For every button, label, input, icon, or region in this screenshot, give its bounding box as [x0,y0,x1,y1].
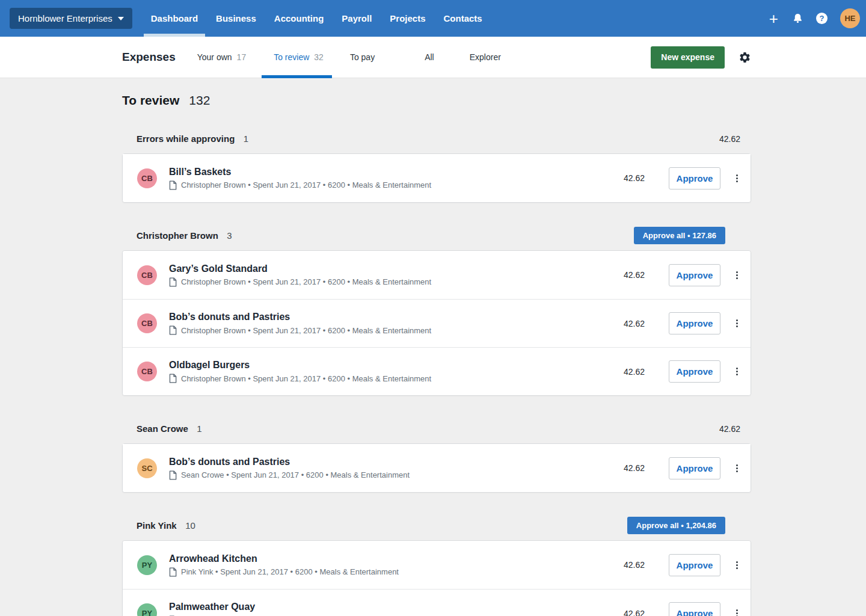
expense-group: Christopher Brown 3 Approve all • 127.86… [122,227,751,396]
add-plus-icon[interactable]: + [768,11,779,26]
expense-amount: 42.62 [624,270,645,280]
expense-card[interactable]: PY Palmweather Quay Pink Yink • Spent Ju… [123,589,751,616]
expense-meta: Christopher Brown • Spent Jun 21, 2017 •… [181,180,431,189]
expense-title[interactable]: Oldbagel Burgers [169,360,624,371]
to-review-heading: To review 132 [122,93,751,108]
nav-item-payroll[interactable]: Payroll [334,0,379,37]
kebab-menu-icon[interactable] [734,462,740,475]
notifications-bell-icon[interactable] [792,13,803,24]
expense-amount: 42.62 [624,319,645,328]
user-avatar[interactable]: HE [840,8,860,28]
page-title: Expenses [122,51,176,64]
expense-title[interactable]: Gary’s Gold Standard [169,263,624,274]
group-count: 10 [185,520,195,531]
group-name: Pink Yink [137,520,177,531]
nav-item-business[interactable]: Business [209,0,263,37]
document-icon [169,277,177,287]
expense-meta: Christopher Brown • Spent Jun 21, 2017 •… [181,326,431,335]
group-total: 42.62 [719,134,751,144]
group-count: 1 [244,134,248,144]
settings-gear-icon[interactable] [739,51,751,64]
expense-amount: 42.62 [624,463,645,473]
approve-button[interactable]: Approve [669,457,720,479]
question-mark-icon: ? [816,13,828,24]
nav-item-projects[interactable]: Projects [382,0,432,37]
expense-group: Sean Crowe 1 42.62 SC Bob’s donuts and P… [122,420,751,493]
kebab-menu-icon[interactable] [734,269,740,282]
avatar: PY [137,603,157,616]
expense-meta: Pink Yink • Spent Jun 21, 2017 • 6200 • … [181,567,399,576]
tab-to-pay[interactable]: To pay [350,37,375,78]
approve-all-button[interactable]: Approve all • 127.86 [634,227,725,244]
expense-title[interactable]: Bob’s donuts and Pastries [169,457,624,467]
top-navigation: Hornblower Enterprises Dashboard Busines… [0,0,866,37]
expense-amount: 42.62 [624,609,645,616]
document-icon [169,470,177,480]
expense-meta: Sean Crowe • Spent Jun 21, 2017 • 6200 •… [181,470,410,479]
expense-title[interactable]: Palmweather Quay [169,602,624,612]
expense-meta: Christopher Brown • Spent Jun 21, 2017 •… [181,374,431,383]
org-name: Hornblower Enterprises [18,13,112,23]
card-stack: PY Arrowhead Kitchen Pink Yink • Spent J… [122,540,751,616]
kebab-menu-icon[interactable] [734,317,740,330]
expenses-content: To review 132 Errors while approving 1 4… [0,78,866,616]
kebab-menu-icon[interactable] [734,607,740,616]
tab-explorer[interactable]: Explorer [470,37,501,78]
approve-button[interactable]: Approve [669,312,720,334]
approve-button[interactable]: Approve [669,554,720,576]
approve-button[interactable]: Approve [669,602,720,616]
expense-amount: 42.62 [624,367,645,377]
approve-button[interactable]: Approve [669,167,720,189]
nav-right-icons: + ? HE [768,0,860,37]
avatar: CB [137,362,157,381]
expense-card[interactable]: SC Bob’s donuts and Pastries Sean Crowe … [123,444,751,492]
avatar: PY [137,555,157,575]
expense-card[interactable]: CB Bob’s donuts and Pastries Christopher… [123,299,751,347]
expenses-header-actions: New expense [651,46,751,69]
group-name: Sean Crowe [137,424,188,434]
primary-nav: Dashboard Business Accounting Payroll Pr… [144,0,493,37]
card-stack: CB Bill’s Baskets Christopher Brown • Sp… [122,153,751,203]
expense-card[interactable]: CB Gary’s Gold Standard Christopher Brow… [123,251,751,299]
group-name: Errors while approving [137,134,235,144]
nav-item-contacts[interactable]: Contacts [437,0,490,37]
tab-to-review[interactable]: To review 32 [274,37,324,78]
group-name: Christopher Brown [137,230,218,241]
org-switcher[interactable]: Hornblower Enterprises [10,8,132,29]
expense-group: Errors while approving 1 42.62 CB Bill’s… [122,130,751,203]
nav-item-dashboard[interactable]: Dashboard [144,0,205,37]
expense-title[interactable]: Arrowhead Kitchen [169,553,624,564]
expense-amount: 42.62 [624,560,645,570]
avatar: SC [137,458,157,478]
avatar: CB [137,168,157,188]
kebab-menu-icon[interactable] [734,559,740,571]
nav-item-accounting[interactable]: Accounting [267,0,331,37]
expense-card[interactable]: PY Arrowhead Kitchen Pink Yink • Spent J… [123,541,751,589]
expense-card[interactable]: CB Oldbagel Burgers Christopher Brown • … [123,347,751,395]
approve-all-button[interactable]: Approve all • 1,204.86 [627,517,725,534]
expense-title[interactable]: Bill’s Baskets [169,167,624,177]
chevron-down-icon [118,17,124,20]
card-stack: CB Gary’s Gold Standard Christopher Brow… [122,250,751,396]
expense-card[interactable]: CB Bill’s Baskets Christopher Brown • Sp… [123,154,751,202]
document-icon [169,325,177,335]
kebab-menu-icon[interactable] [734,172,740,185]
kebab-menu-icon[interactable] [734,365,740,378]
group-total: 42.62 [719,424,751,434]
tab-all[interactable]: All [425,37,434,78]
avatar: CB [137,313,157,333]
expense-meta: Christopher Brown • Spent Jun 21, 2017 •… [181,277,431,286]
expenses-tabs: Your own 17 To review 32 To pay All Expl… [197,37,501,78]
new-expense-button[interactable]: New expense [651,46,725,69]
to-review-total-count: 132 [189,93,210,108]
expense-group: Pink Yink 10 Approve all • 1,204.86 PY A… [122,517,751,616]
help-icon[interactable]: ? [816,13,828,24]
tab-your-own[interactable]: Your own 17 [197,37,246,78]
document-icon [169,180,177,190]
document-icon [169,567,177,577]
expense-title[interactable]: Bob’s donuts and Pastries [169,312,624,322]
group-header: Pink Yink 10 Approve all • 1,204.86 [122,517,751,534]
group-count: 1 [197,424,201,434]
approve-button[interactable]: Approve [669,360,720,383]
approve-button[interactable]: Approve [669,264,720,286]
